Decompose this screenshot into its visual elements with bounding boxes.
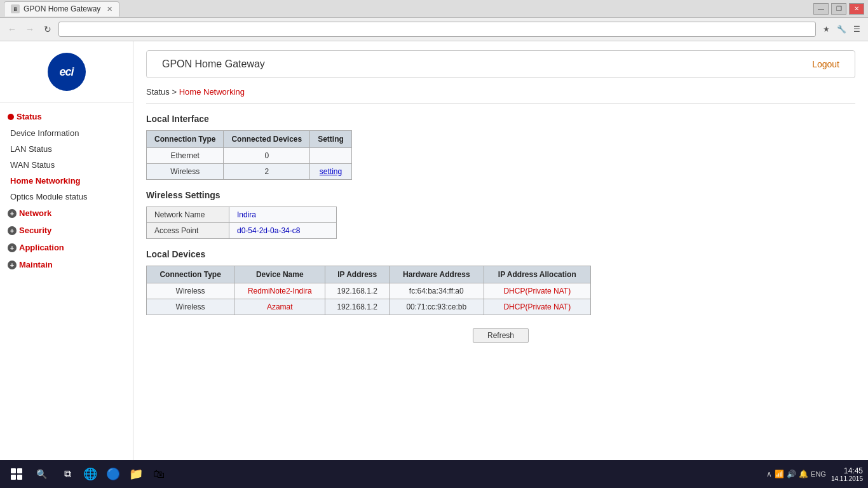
sidebar-nav: Status Device Information LAN Status WAN… bbox=[0, 103, 133, 278]
col-connection-type: Connection Type bbox=[147, 131, 224, 148]
maintain-expand-icon: + bbox=[8, 261, 17, 269]
browser-titlebar: 🖥 GPON Home Gateway ✕ — ❐ ✕ bbox=[0, 0, 868, 18]
status-label: Status bbox=[17, 112, 42, 121]
dev2-alloc: DHCP(Private NAT) bbox=[484, 299, 590, 315]
back-button[interactable]: ← bbox=[5, 22, 19, 36]
address-bar[interactable]: 192.168.1.1/index.html bbox=[58, 22, 816, 37]
logout-button[interactable]: Logout bbox=[812, 59, 839, 69]
dev2-hw: 00:71:cc:93:ce:bb bbox=[389, 299, 484, 315]
wireless-settings-title: Wireless Settings bbox=[146, 190, 855, 200]
browser-tab[interactable]: 🖥 GPON Home Gateway ✕ bbox=[4, 1, 119, 17]
sidebar-item-network[interactable]: + Network bbox=[0, 205, 133, 222]
row2-connected: 2 bbox=[224, 164, 310, 180]
network-expand-icon: + bbox=[8, 209, 17, 218]
col-setting: Setting bbox=[310, 131, 352, 148]
dev1-type: Wireless bbox=[147, 283, 234, 299]
forward-button[interactable]: → bbox=[23, 22, 37, 36]
table-row: Ethernet 0 bbox=[147, 148, 352, 164]
page-title: GPON Home Gateway bbox=[162, 58, 265, 70]
sidebar-item-wan-status[interactable]: WAN Status bbox=[0, 157, 133, 173]
local-interface-title: Local Interface bbox=[146, 114, 855, 124]
wireless-value-access-point: d0-54-2d-0a-34-c8 bbox=[229, 223, 337, 239]
breadcrumb-parent[interactable]: Status bbox=[146, 87, 170, 97]
status-dot-icon bbox=[8, 114, 14, 120]
dev-col-ip: IP Address bbox=[325, 266, 390, 283]
wireless-label-network-name: Network Name bbox=[147, 207, 229, 223]
wireless-row-access-point: Access Point d0-54-2d-0a-34-c8 bbox=[147, 223, 337, 239]
wireless-row-network-name: Network Name Indira bbox=[147, 207, 337, 223]
dev2-type: Wireless bbox=[147, 299, 234, 315]
dev2-name: Azamat bbox=[234, 299, 325, 315]
wireless-settings-table: Network Name Indira Access Point d0-54-2… bbox=[146, 207, 337, 239]
row2-type: Wireless bbox=[147, 164, 224, 180]
breadcrumb-separator: > bbox=[172, 87, 179, 97]
dev-col-type: Connection Type bbox=[147, 266, 234, 283]
minimize-button[interactable]: — bbox=[813, 3, 829, 15]
wireless-label-access-point: Access Point bbox=[147, 223, 229, 239]
local-devices-table: Connection Type Device Name IP Address H… bbox=[146, 266, 591, 315]
menu-icon[interactable]: ☰ bbox=[850, 23, 863, 36]
sidebar-item-security[interactable]: + Security bbox=[0, 222, 133, 239]
row1-connected: 0 bbox=[224, 148, 310, 164]
wireless-value-network-name: Indira bbox=[229, 207, 337, 223]
dev1-alloc: DHCP(Private NAT) bbox=[484, 283, 590, 299]
sidebar: eci Status Device Information LAN Status… bbox=[0, 41, 133, 461]
logo-text: eci bbox=[59, 65, 73, 79]
page-wrapper: eci Status Device Information LAN Status… bbox=[0, 41, 868, 461]
sidebar-item-home-networking[interactable]: Home Networking bbox=[0, 173, 133, 189]
sidebar-item-maintain[interactable]: + Maintain bbox=[0, 256, 133, 273]
main-content: GPON Home Gateway Logout Status > Home N… bbox=[133, 41, 868, 461]
sidebar-item-status[interactable]: Status bbox=[0, 108, 133, 125]
dev2-ip: 192.168.1.2 bbox=[325, 299, 390, 315]
eci-logo-icon: eci bbox=[48, 53, 86, 91]
breadcrumb: Status > Home Networking bbox=[146, 87, 855, 104]
device-row-1: Wireless RedmiNote2-Indira 192.168.1.2 f… bbox=[147, 283, 591, 299]
sidebar-item-lan-status[interactable]: LAN Status bbox=[0, 141, 133, 157]
toolbar-icons: ★ 🔧 ☰ bbox=[820, 23, 863, 36]
security-expand-icon: + bbox=[8, 226, 17, 235]
row1-type: Ethernet bbox=[147, 148, 224, 164]
breadcrumb-current: Home Networking bbox=[179, 87, 245, 97]
taskbar: 🔍 ⧉ 🌐 🔵 📁 🛍 ∧ 📶 🔊 🔔 ENG 14:45 14.11.2015 bbox=[0, 460, 868, 461]
local-devices-title: Local Devices bbox=[146, 249, 855, 259]
bookmark-star-icon[interactable]: ★ bbox=[820, 23, 832, 36]
tab-title: GPON Home Gateway bbox=[24, 4, 100, 13]
page-header: GPON Home Gateway Logout bbox=[146, 50, 855, 78]
dev1-hw: fc:64:ba:34:ff:a0 bbox=[389, 283, 484, 299]
reload-button[interactable]: ↻ bbox=[41, 22, 55, 36]
sidebar-item-application[interactable]: + Application bbox=[0, 239, 133, 256]
restore-button[interactable]: ❐ bbox=[831, 3, 846, 15]
row1-setting bbox=[310, 148, 352, 164]
close-button[interactable]: ✕ bbox=[849, 3, 864, 15]
sidebar-item-optics-module[interactable]: Optics Module status bbox=[0, 189, 133, 205]
dev-col-name: Device Name bbox=[234, 266, 325, 283]
device-row-2: Wireless Azamat 192.168.1.2 00:71:cc:93:… bbox=[147, 299, 591, 315]
tab-close-button[interactable]: ✕ bbox=[107, 5, 112, 13]
refresh-button[interactable]: Refresh bbox=[473, 328, 529, 343]
browser-chrome: 🖥 GPON Home Gateway ✕ — ❐ ✕ ← → ↻ 192.16… bbox=[0, 0, 868, 41]
window-controls: — ❐ ✕ bbox=[813, 3, 864, 15]
extension-icon[interactable]: 🔧 bbox=[835, 23, 848, 36]
dev-col-hw: Hardware Address bbox=[389, 266, 484, 283]
sidebar-item-device-information[interactable]: Device Information bbox=[0, 125, 133, 141]
tab-favicon: 🖥 bbox=[11, 4, 20, 13]
sidebar-logo: eci bbox=[0, 41, 133, 103]
refresh-row: Refresh bbox=[146, 328, 855, 343]
dev1-ip: 192.168.1.2 bbox=[325, 283, 390, 299]
dev1-name: RedmiNote2-Indira bbox=[234, 283, 325, 299]
application-expand-icon: + bbox=[8, 243, 17, 252]
table-row: Wireless 2 setting bbox=[147, 164, 352, 180]
row2-setting[interactable]: setting bbox=[310, 164, 352, 180]
dev-col-alloc: IP Address Allocation bbox=[484, 266, 590, 283]
browser-toolbar: ← → ↻ 192.168.1.1/index.html ★ 🔧 ☰ bbox=[0, 18, 868, 41]
col-connected-devices: Connected Devices bbox=[224, 131, 310, 148]
local-interface-table: Connection Type Connected Devices Settin… bbox=[146, 130, 352, 180]
